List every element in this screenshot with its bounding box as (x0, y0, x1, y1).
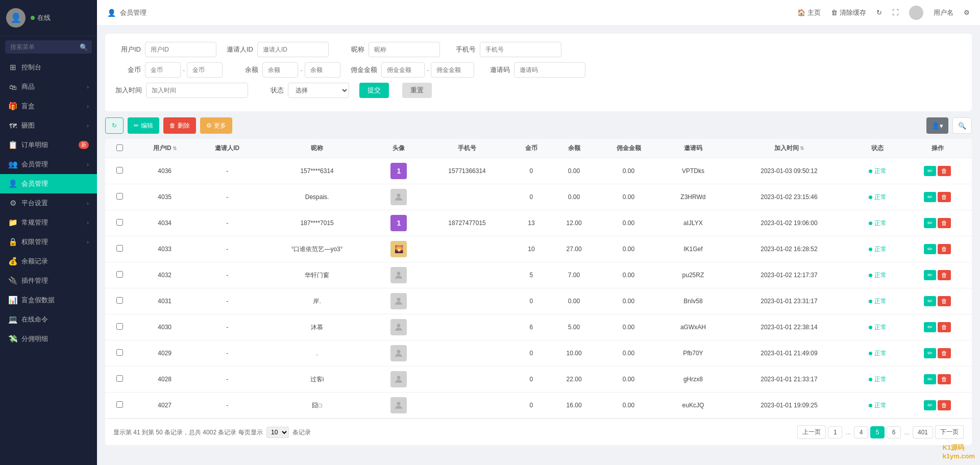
row-delete-btn[interactable]: 🗑 (938, 166, 951, 176)
row-edit-btn[interactable]: ✏ (924, 192, 936, 202)
sidebar-item-split-details[interactable]: 💸 分佣明细 (0, 329, 97, 349)
sidebar-item-member-mgmt[interactable]: 👤 会员管理 (0, 174, 97, 193)
sort-icon-user-id[interactable]: ⇅ (173, 145, 177, 151)
refresh-button[interactable]: ↻ (105, 117, 124, 134)
invite-code-filter: 邀请码 (484, 62, 585, 78)
row-edit-btn[interactable]: ✏ (924, 218, 936, 228)
row-select-cell[interactable] (105, 210, 134, 236)
row-nickname: 过客i (259, 366, 375, 393)
sidebar-item-map[interactable]: 🗺 砸图 › (0, 116, 97, 135)
reset-button[interactable]: 重置 (402, 83, 432, 98)
page-btn-1[interactable]: 1 (828, 426, 842, 438)
coins-max-input[interactable] (187, 62, 223, 78)
sidebar-item-member-parent[interactable]: 👥 会员管理 › (0, 155, 97, 174)
row-checkbox[interactable] (116, 219, 123, 226)
sidebar-item-platform-settings[interactable]: ⚙ 平台设置 › (0, 193, 97, 213)
row-checkbox[interactable] (116, 375, 123, 382)
page-btn-4[interactable]: 4 (854, 426, 868, 438)
refresh-topbar-btn[interactable]: ↻ (876, 9, 882, 16)
sidebar-search-container[interactable]: 🔍 (0, 36, 97, 58)
row-delete-btn[interactable]: 🗑 (938, 400, 951, 410)
inviter-id-input[interactable] (257, 42, 329, 57)
row-delete-btn[interactable]: 🗑 (938, 244, 951, 254)
select-all-header[interactable] (105, 139, 134, 158)
row-select-cell[interactable] (105, 288, 134, 314)
balance-max-input[interactable] (305, 62, 340, 78)
page-btn-401[interactable]: 401 (913, 426, 933, 438)
sidebar-item-balance-records[interactable]: 💰 余额记录 (0, 252, 97, 271)
online-status: 在线 (31, 13, 51, 22)
row-select-cell[interactable] (105, 366, 134, 393)
sidebar-item-products[interactable]: 🛍 商品 › (0, 77, 97, 96)
row-edit-btn[interactable]: ✏ (924, 270, 936, 280)
sidebar-item-dashboard[interactable]: ⊞ 控制台 (0, 58, 97, 77)
row-select-cell[interactable] (105, 184, 134, 210)
row-select-cell[interactable] (105, 393, 134, 419)
page-btn-6[interactable]: 6 (887, 426, 901, 438)
more-button[interactable]: ⚙ 更多 (200, 117, 232, 134)
row-checkbox[interactable] (116, 193, 123, 200)
join-time-input[interactable] (146, 83, 248, 98)
row-checkbox[interactable] (116, 401, 123, 408)
sidebar-item-orders[interactable]: 📋 订单明细 新 (0, 135, 97, 155)
row-checkbox[interactable] (116, 297, 123, 304)
row-edit-btn[interactable]: ✏ (924, 322, 936, 332)
row-delete-btn[interactable]: 🗑 (938, 322, 951, 332)
row-delete-btn[interactable]: 🗑 (938, 192, 951, 202)
row-checkbox[interactable] (116, 167, 123, 174)
prev-page-btn[interactable]: 上一页 (797, 425, 826, 439)
table-search-button[interactable]: 🔍 (952, 117, 972, 134)
settings-topbar-btn[interactable]: ⚙ (964, 9, 970, 16)
sidebar-item-blindbox-data[interactable]: 📊 盲盒假数据 (0, 290, 97, 310)
balance-min-input[interactable] (262, 62, 298, 78)
row-select-cell[interactable] (105, 340, 134, 366)
row-select-cell[interactable] (105, 236, 134, 262)
sort-icon-join-time[interactable]: ⇅ (800, 145, 804, 151)
select-all-checkbox[interactable] (116, 144, 123, 151)
row-delete-btn[interactable]: 🗑 (938, 348, 951, 358)
clear-cache-btn[interactable]: 🗑 清除缓存 (831, 8, 866, 17)
per-page-select[interactable]: 10 20 50 (266, 427, 289, 438)
user-id-input[interactable] (145, 42, 216, 57)
row-checkbox[interactable] (116, 323, 123, 330)
delete-button[interactable]: 🗑 删除 (163, 117, 196, 134)
commission-min-input[interactable] (381, 62, 425, 78)
row-select-cell[interactable] (105, 314, 134, 340)
submit-button[interactable]: 提交 (359, 83, 389, 98)
row-delete-btn[interactable]: 🗑 (938, 374, 951, 384)
coins-min-input[interactable] (145, 62, 181, 78)
row-checkbox[interactable] (116, 271, 123, 278)
row-delete-btn[interactable]: 🗑 (938, 270, 951, 280)
sidebar-item-plugin-mgmt[interactable]: 🔌 插件管理 (0, 271, 97, 290)
row-nickname: 沐慕 (259, 314, 375, 340)
row-edit-btn[interactable]: ✏ (924, 348, 936, 358)
commission-max-input[interactable] (431, 62, 474, 78)
home-link[interactable]: 🏠 主页 (797, 8, 821, 17)
sidebar-item-general-mgmt[interactable]: 📁 常规管理 › (0, 213, 97, 232)
row-edit-btn[interactable]: ✏ (924, 166, 936, 176)
sidebar-item-permissions[interactable]: 🔒 权限管理 › (0, 232, 97, 252)
row-checkbox[interactable] (116, 245, 123, 252)
next-page-btn[interactable]: 下一页 (935, 425, 964, 439)
invite-code-input[interactable] (514, 62, 585, 78)
edit-button[interactable]: ✏ 编辑 (128, 117, 159, 134)
row-delete-btn[interactable]: 🗑 (938, 218, 951, 228)
row-select-cell[interactable] (105, 262, 134, 288)
row-checkbox[interactable] (116, 349, 123, 356)
row-select-cell[interactable] (105, 158, 134, 184)
sidebar-search-input[interactable] (5, 40, 92, 54)
fullscreen-btn[interactable]: ⛶ (892, 9, 899, 16)
status-select[interactable]: 选择 正常 禁用 (288, 83, 349, 98)
export-button[interactable]: 👤▾ (926, 117, 948, 134)
row-edit-btn[interactable]: ✏ (924, 400, 936, 410)
nickname-input[interactable] (369, 42, 440, 57)
page-btn-5-active[interactable]: 5 (870, 426, 885, 438)
sidebar-item-online-cmd[interactable]: 💻 在线命令 (0, 310, 97, 329)
phone-input[interactable] (480, 42, 561, 57)
row-edit-btn[interactable]: ✏ (924, 244, 936, 254)
row-delete-btn[interactable]: 🗑 (938, 296, 951, 306)
row-edit-btn[interactable]: ✏ (924, 296, 936, 306)
row-avatar-cell (375, 262, 423, 288)
row-edit-btn[interactable]: ✏ (924, 374, 936, 384)
sidebar-item-blindbox[interactable]: 🎁 盲盒 › (0, 96, 97, 116)
